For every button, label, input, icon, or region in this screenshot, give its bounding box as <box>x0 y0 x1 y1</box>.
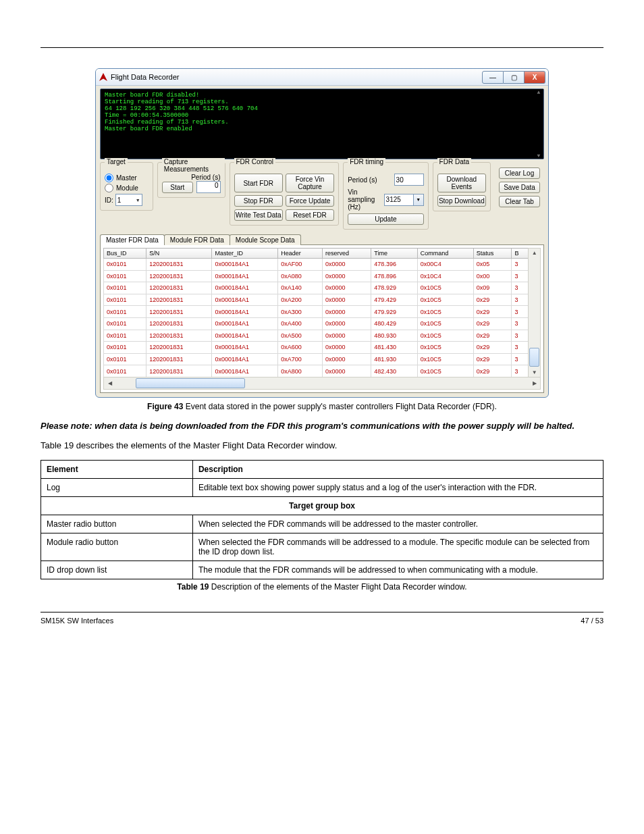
grid-cell: 481.430 <box>371 342 417 354</box>
console-scrollbar[interactable]: ▲▼ <box>534 89 543 159</box>
element-desc: When selected the FDR commands will be a… <box>192 515 603 533</box>
grid-cell: 3 <box>512 270 529 282</box>
table-row[interactable]: 0x010112020018310x000184A10xA3000x000047… <box>104 306 529 318</box>
clear-log-button[interactable]: Clear Log <box>499 167 540 179</box>
clear-tab-button[interactable]: Clear Tab <box>499 196 540 207</box>
save-data-button[interactable]: Save Data <box>499 182 540 193</box>
stop-download-button[interactable]: Stop Download <box>437 195 486 207</box>
fdr-timing-legend: FDR timing <box>348 158 385 165</box>
grid-cell: 0x29 <box>473 306 512 318</box>
download-events-button[interactable]: Download Events <box>437 174 486 192</box>
force-update-button[interactable]: Force Update <box>286 195 334 207</box>
grid-cell: 3 <box>512 317 529 330</box>
vin-sampling-label: Vin sampling (Hz) <box>348 188 381 211</box>
figure-caption-text: Event data stored in the power supply's … <box>183 402 496 411</box>
grid-header-s/n[interactable]: S/N <box>146 249 212 259</box>
timing-period-input[interactable]: 30 <box>394 174 424 186</box>
grid-cell: 0xA200 <box>278 294 323 306</box>
grid-cell: 0x0000 <box>323 294 371 306</box>
minimize-button[interactable]: — <box>482 71 504 84</box>
element-desc: When selected the FDR commands will be a… <box>192 533 603 561</box>
grid-header-command[interactable]: Command <box>417 249 473 259</box>
grid-cell: 0x0101 <box>104 306 146 318</box>
table-row[interactable]: 0x010112020018310x000184A10xA7000x000048… <box>104 353 529 365</box>
table-row[interactable]: 0x010112020018310x000184A10xAF000x000047… <box>104 259 529 271</box>
table-row[interactable]: 0x010112020018310x000184A10xA5000x000048… <box>104 330 529 342</box>
grid-cell: 1202001831 <box>146 259 212 271</box>
capture-period-input[interactable]: 0 <box>196 181 221 193</box>
target-group: Target Master Module ID: 1 ▼ <box>100 162 153 211</box>
grid-header-header[interactable]: Header <box>278 249 323 259</box>
grid-cell: 0x10C5 <box>417 317 473 330</box>
table-row[interactable]: 0x010112020018310x000184A10xA4000x000048… <box>104 317 529 330</box>
capture-start-button[interactable]: Start <box>162 182 193 193</box>
fdr-data-grid[interactable]: Bus_IDS/NMaster_IDHeaderreservedTimeComm… <box>103 248 529 377</box>
grid-cell: 0x0000 <box>323 317 371 330</box>
grid-cell: 0x0101 <box>104 294 146 306</box>
close-button[interactable]: X <box>525 71 545 84</box>
force-vin-capture-button[interactable]: Force Vin Capture <box>286 174 334 192</box>
tab-module-fdr-data[interactable]: Module FDR Data <box>164 234 230 245</box>
grid-cell: 0x10C5 <box>417 353 473 365</box>
grid-vertical-scrollbar[interactable]: ▲ ▼ <box>528 248 541 377</box>
vin-sampling-input[interactable]: 3125 <box>384 194 414 206</box>
scroll-down-icon: ▼ <box>537 153 541 159</box>
grid-cell: 478.929 <box>371 282 417 294</box>
id-label: ID: <box>105 197 113 204</box>
table-row[interactable]: 0x010112020018310x000184A10xA8000x000048… <box>104 365 529 377</box>
write-test-data-button[interactable]: Write Test Data <box>234 209 283 221</box>
target-master-row[interactable]: Master <box>105 174 149 182</box>
scroll-left-icon: ◀ <box>104 380 115 386</box>
log-console[interactable]: Master board FDR disabled! Starting read… <box>100 88 544 159</box>
grid-cell: 1202001831 <box>146 317 212 330</box>
grid-cell: 479.929 <box>371 306 417 318</box>
target-master-radio[interactable] <box>105 174 113 182</box>
grid-header-time[interactable]: Time <box>371 249 417 259</box>
element-name: Log <box>41 479 193 497</box>
grid-header-master_id[interactable]: Master_ID <box>212 249 278 259</box>
grid-cell: 0x29 <box>473 330 512 342</box>
scroll-thumb[interactable] <box>529 348 539 367</box>
table-row[interactable]: 0x010112020018310x000184A10xA2000x000047… <box>104 294 529 306</box>
id-combobox[interactable]: 1 ▼ <box>115 194 142 206</box>
side-buttons: Clear Log Save Data Clear Tab <box>495 162 544 211</box>
element-name: Master radio button <box>41 515 193 533</box>
timing-period-label: Period (s) <box>348 176 377 184</box>
figure-label: Figure 43 <box>147 402 183 411</box>
grid-horizontal-scrollbar[interactable]: ◀ ▶ <box>103 377 541 390</box>
grid-header-status[interactable]: Status <box>473 249 512 259</box>
grid-cell: 3 <box>512 282 529 294</box>
scroll-up-icon: ▲ <box>532 250 537 256</box>
tab-master-fdr-data[interactable]: Master FDR Data <box>100 234 165 245</box>
grid-cell: 0x0000 <box>323 282 371 294</box>
target-module-row[interactable]: Module <box>105 184 149 192</box>
scroll-up-icon: ▲ <box>537 89 541 95</box>
stop-fdr-button[interactable]: Stop FDR <box>234 195 283 207</box>
grid-cell: 0xA600 <box>278 342 323 354</box>
timing-update-button[interactable]: Update <box>348 213 423 225</box>
tab-module-scope-data[interactable]: Module Scope Data <box>230 234 301 245</box>
grid-cell: 0x0101 <box>104 282 146 294</box>
grid-header-b[interactable]: B <box>512 249 529 259</box>
reset-fdr-button[interactable]: Reset FDR <box>286 209 334 221</box>
note-text: Please note: when data is being download… <box>41 421 574 431</box>
grid-cell: 0x0101 <box>104 330 146 342</box>
grid-header-reserved[interactable]: reserved <box>323 249 371 259</box>
maximize-button[interactable]: ▢ <box>504 71 525 84</box>
grid-cell: 1202001831 <box>146 282 212 294</box>
grid-cell: 0x10C5 <box>417 294 473 306</box>
grid-cell: 1202001831 <box>146 365 212 377</box>
start-fdr-button[interactable]: Start FDR <box>234 174 283 192</box>
target-module-radio[interactable] <box>105 184 113 192</box>
table-row[interactable]: 0x010112020018310x000184A10xA6000x000048… <box>104 342 529 354</box>
grid-cell: 0x29 <box>473 353 512 365</box>
grid-cell: 0x10C5 <box>417 342 473 354</box>
vin-sampling-dropdown[interactable]: ▼ <box>414 194 424 206</box>
grid-cell: 1202001831 <box>146 306 212 318</box>
capture-legend: Capture Measurements <box>162 158 225 173</box>
scroll-thumb[interactable] <box>136 378 245 388</box>
table-row[interactable]: 0x010112020018310x000184A10xA0800x000047… <box>104 270 529 282</box>
table-row[interactable]: 0x010112020018310x000184A10xA1400x000047… <box>104 282 529 294</box>
grid-header-bus_id[interactable]: Bus_ID <box>104 249 146 259</box>
table-row: Target group box <box>41 497 603 515</box>
